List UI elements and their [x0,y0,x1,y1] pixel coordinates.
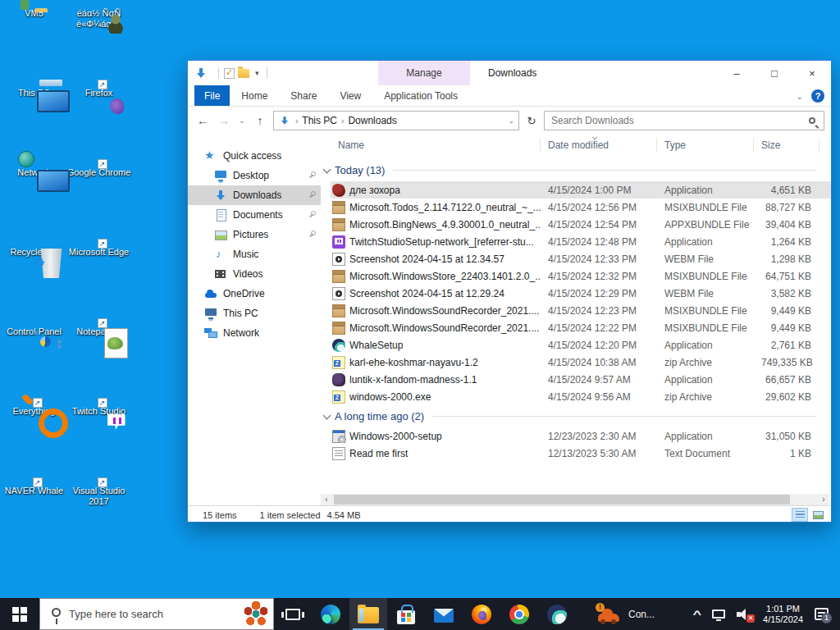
sidebar-item-desktop[interactable]: Desktop [188,166,321,185]
tab-application-tools[interactable]: Application Tools [372,85,469,106]
file-row-windows-2000-setup[interactable]: Windows-2000-setup 12/23/2023 2:30 AM Ap… [331,427,831,445]
taskbar-explorer-button[interactable] [349,598,387,630]
file-row-screenshot-2024-04-15-at-12-34-57[interactable]: Screenshot 2024-04-15 at 12.34.57 4/15/2… [331,250,831,267]
file-row-luntik-x-fandom-madness-1-1[interactable]: luntik-x-fandom-madness-1.1 4/15/2024 9:… [331,371,831,388]
group-header-a-long-time-ago-2[interactable]: A long time ago (2) [321,405,831,427]
desktop-icon-everything[interactable]: ↗ Everything [2,406,66,486]
file-row-screenshot-2024-04-15-at-12-29-24[interactable]: Screenshot 2024-04-15 at 12.29.24 4/15/2… [331,285,831,302]
maximize-button[interactable]: □ [756,61,793,85]
horizontal-scrollbar[interactable]: ‹ › [321,494,829,505]
group-header-today-13[interactable]: Today (13) [321,159,831,181]
taskbar-whale-button[interactable] [538,598,576,630]
file-row-microsoft-windowssoundrecorder-2021[interactable]: Microsoft.WindowsSoundRecorder_2021.... … [331,302,831,319]
chevron-down-icon [323,165,331,173]
store-icon [397,610,415,624]
refresh-icon[interactable]: ↻ [524,115,539,127]
taskbar-search[interactable]: Type here to search [39,598,274,630]
file-row-read-me-first[interactable]: Read me first 12/13/2023 5:30 AM Text Do… [331,445,831,462]
taskbar-store-button[interactable] [387,598,425,630]
tab-file[interactable]: File [194,85,230,106]
search-icon[interactable] [809,117,815,124]
up-button[interactable]: ↑ [252,114,268,127]
taskbar-firefox-button[interactable] [463,598,500,630]
recent-locations-icon[interactable]: ⌄ [237,116,247,125]
show-hidden-icons-button[interactable]: ^ [693,608,702,620]
desktop-icon-recycle-bin[interactable]: Recycle Bin [2,247,66,326]
new-folder-icon[interactable] [238,69,249,78]
desktop-icon-item[interactable]: ëáα½ ÑσÑ è«Φ¼áα ... [67,8,131,88]
taskbar-mail-button[interactable] [425,598,463,630]
desktop-icon-naver-whale[interactable]: ↗ NAVER Whale [2,486,66,565]
tab-view[interactable]: View [328,85,372,106]
file-row-microsoft-windowssoundrecorder-2021[interactable]: Microsoft.WindowsSoundRecorder_2021.... … [331,319,831,336]
desktop-icon-visual-studio-2017[interactable]: ↗ Visual Studio 2017 [67,486,131,565]
desktop-icon-google-chrome[interactable]: ↗ Google Chrome [67,167,131,247]
column-header-size[interactable]: Size [754,138,819,153]
sidebar-item-downloads[interactable]: Downloads [188,185,321,205]
file-list-pane: Name Date modified Type Size Today (13) … [321,135,831,505]
file-row-microsoft-windowsstore-22403-1401-2-0[interactable]: Microsoft.WindowsStore_22403.1401.2.0_..… [331,267,831,285]
network-display-icon[interactable] [712,609,725,619]
start-button[interactable] [0,598,39,630]
file-row-karl-ehe-koshmar-nayavu-1-2[interactable]: karl-ehe-koshmar-nayavu-1.2 4/15/2024 10… [331,354,831,371]
desktop-icon-this-pc[interactable]: This PC [2,88,66,167]
properties-icon[interactable] [224,68,235,79]
desktop-icon-firefox[interactable]: ↗ Firefox [67,88,131,167]
collapse-ribbon-icon[interactable]: ⌄ [797,92,803,101]
help-icon[interactable]: ? [811,89,824,103]
breadcrumb-downloads[interactable]: Downloads [348,115,396,126]
desktop-icon-control-panel[interactable]: Control Panel [2,326,66,406]
details-view-button[interactable] [792,508,808,522]
taskbar-clock[interactable]: 1:01 PM 4/15/2024 [763,604,803,625]
file-date: 4/15/2024 9:56 AM [541,391,657,403]
navigation-bar: ← → ⌄ ↑ › This PC › Downloads ⌄ ↻ Search… [188,107,831,135]
address-bar[interactable]: › This PC › Downloads ⌄ [273,111,519,130]
desktop-icon-microsoft-edge[interactable]: ↗ Microsoft Edge [67,247,131,326]
column-header-name[interactable]: Name [331,138,541,153]
chevron-down-icon[interactable]: ⌄ [508,116,514,125]
file-row-windows-2000-exe[interactable]: windows-2000.exe 4/15/2024 9:56 AM zip A… [331,388,831,405]
file-row-item[interactable]: дле зохора 4/15/2024 1:00 PM Application… [331,181,831,199]
search-highlight-icon[interactable] [242,600,270,628]
sidebar-item-pictures[interactable]: Pictures [188,225,321,244]
back-button[interactable]: ← [194,114,211,127]
column-header-type[interactable]: Type [657,138,754,153]
file-row-microsoft-todos-2-114-7122-0-neutral[interactable]: Microsoft.Todos_2.114.7122.0_neutral_~_.… [331,199,831,216]
taskbar-chrome-button[interactable] [500,598,538,630]
file-row-whalesetup[interactable]: WhaleSetup 4/15/2024 12:20 PM Applicatio… [331,336,831,354]
scroll-left-icon[interactable]: ‹ [321,494,332,505]
sidebar-item-onedrive[interactable]: OneDrive [188,284,321,304]
volume-muted-icon[interactable]: ✕ [737,609,751,620]
taskbar-edge-button[interactable] [312,598,349,630]
star-icon [204,149,217,162]
desktop-icon-network[interactable]: Network [2,167,66,247]
desktop-icon-vm5[interactable]: VM5 [2,8,66,88]
sidebar-item-music[interactable]: Music [188,244,321,264]
tab-home[interactable]: Home [230,85,279,106]
sidebar-item-documents[interactable]: Documents [188,205,321,225]
sidebar-item-quick-access[interactable]: Quick access [188,146,321,166]
desktop-icon-twitch-studio[interactable]: ↗ Twitch Studio [67,406,131,486]
file-type: Application [657,374,754,386]
sidebar-item-network[interactable]: Network [188,323,321,343]
breadcrumb-this-pc[interactable]: This PC [302,115,337,126]
minimize-button[interactable]: – [718,61,756,85]
forward-button[interactable]: → [216,114,232,127]
file-row-twitchstudiosetup-network-referrer-stu[interactable]: TwitchStudioSetup-network_[referrer-stu.… [331,233,831,250]
thumbnails-view-button[interactable] [810,508,826,522]
taskbar-app-car[interactable]: ! Con... [587,598,663,630]
desktop-icon-notepad[interactable]: ↗ Notepad++ [67,326,131,406]
chevron-down-icon[interactable]: ▾ [255,69,259,77]
close-button[interactable]: × [793,61,831,85]
column-header-date-modified[interactable]: Date modified [541,138,657,153]
manage-contextual-tab[interactable]: Manage [378,61,470,85]
search-box[interactable]: Search Downloads [544,111,824,130]
scrollbar-thumb[interactable] [334,495,790,504]
task-view-button[interactable] [274,598,312,630]
file-row-microsoft-bingnews-4-9-30001-0-neutral[interactable]: Microsoft.BingNews_4.9.30001.0_neutral_.… [331,216,831,233]
scroll-right-icon[interactable]: › [818,494,829,505]
action-center-button[interactable]: 1 [815,608,829,620]
sidebar-item-videos[interactable]: Videos [188,264,321,284]
tab-share[interactable]: Share [279,85,328,106]
sidebar-item-this-pc[interactable]: This PC [188,304,321,323]
